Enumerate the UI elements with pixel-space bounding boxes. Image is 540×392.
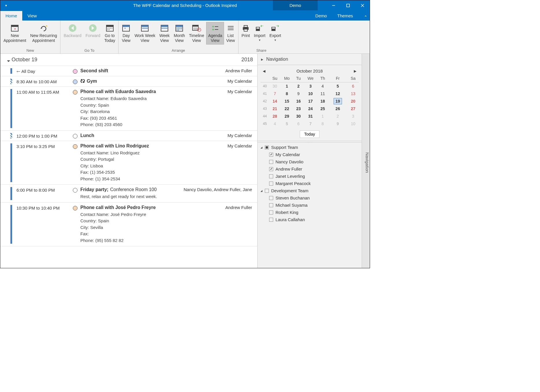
calendar-day[interactable]: 10 [304, 90, 317, 97]
navigation-tab-strip[interactable]: Navigation [362, 54, 370, 268]
new-appointment-button[interactable]: New Appointment [1, 22, 28, 45]
prev-month-button[interactable]: ◀ [263, 69, 265, 73]
calendar-day[interactable]: 11 [317, 90, 328, 97]
calendar-day[interactable]: 15 [280, 97, 293, 105]
export-button[interactable]: Export▼ [267, 22, 283, 43]
checkbox[interactable] [269, 210, 273, 215]
calendar-item[interactable]: My Calendar [258, 151, 362, 158]
calendar-item[interactable]: Michael Suyama [258, 201, 362, 209]
calendar-day[interactable]: 7 [304, 120, 317, 127]
calendar-day[interactable]: 19 [328, 97, 347, 105]
calendar-item[interactable]: Laura Callahan [258, 216, 362, 223]
calendar-day[interactable]: 6 [347, 82, 359, 90]
calendar-day[interactable]: 30 [293, 112, 304, 120]
import-button[interactable]: Import▼ [252, 22, 267, 43]
checkbox[interactable] [269, 203, 273, 207]
week-view-button[interactable]: Week View [157, 22, 172, 45]
checkbox[interactable] [269, 167, 273, 171]
calendar-day[interactable]: 26 [328, 105, 347, 112]
timeline-view-button[interactable]: Timeline View [187, 22, 206, 45]
calendar-day[interactable]: 3 [347, 112, 359, 120]
calendar-day[interactable]: 1 [280, 82, 293, 90]
calendar-day[interactable]: 20 [347, 97, 359, 105]
qat-dropdown[interactable]: ▾ [0, 3, 12, 8]
calendar-day[interactable]: 2 [293, 82, 304, 90]
calendar-day[interactable]: 21 [269, 105, 280, 112]
checkbox[interactable] [265, 145, 269, 149]
calendar-day[interactable]: 16 [293, 97, 304, 105]
calendar-day[interactable]: 7 [269, 90, 280, 97]
agenda-view-button[interactable]: Agenda View [206, 22, 224, 45]
tab-demo[interactable]: Demo [310, 11, 332, 21]
mini-month-label[interactable]: October 2018 [297, 69, 323, 73]
calendar-item[interactable]: Janet Leverling [258, 173, 362, 180]
checkbox[interactable] [265, 189, 269, 193]
close-button[interactable] [355, 0, 370, 10]
calendar-day[interactable]: 6 [293, 120, 304, 127]
month-view-button[interactable]: Month View [172, 22, 187, 45]
checkbox[interactable] [269, 160, 273, 164]
today-button[interactable]: Today [300, 130, 319, 138]
calendar-item[interactable]: Steven Buchanan [258, 194, 362, 201]
calendar-day[interactable]: 4 [269, 120, 280, 127]
workweek-view-button[interactable]: Work Week View [132, 22, 157, 45]
appointment-row[interactable]: 3:10 PM to 3:25 PMPhone call with Lino R… [0, 141, 257, 185]
calendar-item[interactable]: Robert King [258, 209, 362, 216]
calendar-day[interactable]: 12 [328, 90, 347, 97]
calendar-day[interactable]: 22 [280, 105, 293, 112]
calendar-day[interactable]: 3 [304, 82, 317, 90]
calendar-day[interactable]: 30 [269, 82, 280, 90]
calendar-group[interactable]: Development Team [258, 187, 362, 194]
agenda-date[interactable]: October 19 [8, 57, 37, 63]
calendar-day[interactable]: 28 [269, 112, 280, 120]
appointment-row[interactable]: 11:00 AM to 11:05 AMPhone call with Edua… [0, 87, 257, 131]
appointment-row[interactable]: 🡐All DaySecond shiftAndrew Fuller [0, 66, 257, 76]
minimize-button[interactable] [326, 0, 341, 10]
calendar-day[interactable]: 5 [328, 82, 347, 90]
calendar-day[interactable]: 27 [347, 105, 359, 112]
calendar-day[interactable]: 1 [317, 112, 328, 120]
tab-view[interactable]: View [22, 11, 42, 21]
appointment-row[interactable]: 8:30 AM to 10:00 AM🗘GymMy Calendar [0, 76, 257, 87]
next-month-button[interactable]: ▶ [354, 69, 356, 73]
calendar-day[interactable]: 31 [304, 112, 317, 120]
checkbox[interactable] [269, 196, 273, 200]
new-recurring-button[interactable]: New Recurring Appointment [28, 22, 59, 45]
calendar-day[interactable]: 9 [328, 120, 347, 127]
calendar-day[interactable]: 10 [347, 120, 359, 127]
navigation-header[interactable]: Navigation [258, 54, 362, 65]
calendar-item[interactable]: Andrew Fuller [258, 165, 362, 173]
list-view-button[interactable]: List View [224, 22, 237, 45]
calendar-day[interactable]: 24 [304, 105, 317, 112]
maximize-button[interactable] [341, 0, 355, 10]
calendar-day[interactable]: 14 [269, 97, 280, 105]
calendar-day[interactable]: 29 [280, 112, 293, 120]
calendar-day[interactable]: 13 [347, 90, 359, 97]
calendar-group[interactable]: Support Team [258, 144, 362, 151]
calendar-day[interactable]: 17 [304, 97, 317, 105]
calendar-day[interactable]: 25 [317, 105, 328, 112]
calendar-item[interactable]: Margaret Peacock [258, 180, 362, 187]
goto-today-button[interactable]: Go to Today [102, 22, 117, 45]
calendar-day[interactable]: 9 [293, 90, 304, 97]
day-view-button[interactable]: Day View [120, 22, 132, 45]
appointment-row[interactable]: 6:00 PM to 8:00 PMFriday party;Conferenc… [0, 185, 257, 203]
calendar-day[interactable]: 23 [293, 105, 304, 112]
calendar-day[interactable]: 4 [317, 82, 328, 90]
calendar-day[interactable]: 8 [317, 120, 328, 127]
checkbox[interactable] [269, 218, 273, 222]
calendar-day[interactable]: 2 [328, 112, 347, 120]
appointment-row[interactable]: 10:30 PM to 10:40 PMPhone call with José… [0, 203, 257, 247]
calendar-day[interactable]: 18 [317, 97, 328, 105]
print-button[interactable]: Print [240, 22, 252, 40]
tab-themes[interactable]: Themes [332, 11, 358, 21]
agenda-list[interactable]: 🡐All DaySecond shiftAndrew Fuller8:30 AM… [0, 66, 257, 268]
calendar-day[interactable]: 8 [280, 90, 293, 97]
checkbox[interactable] [269, 174, 273, 178]
appointment-row[interactable]: 12:00 PM to 1:00 PMLunchMy Calendar [0, 131, 257, 141]
calendar-day[interactable]: 5 [280, 120, 293, 127]
tab-home[interactable]: Home [0, 11, 22, 21]
checkbox[interactable] [269, 182, 273, 186]
calendar-item[interactable]: Nancy Davolio [258, 158, 362, 165]
ribbon-collapse-button[interactable]: ⌃ [364, 15, 367, 19]
